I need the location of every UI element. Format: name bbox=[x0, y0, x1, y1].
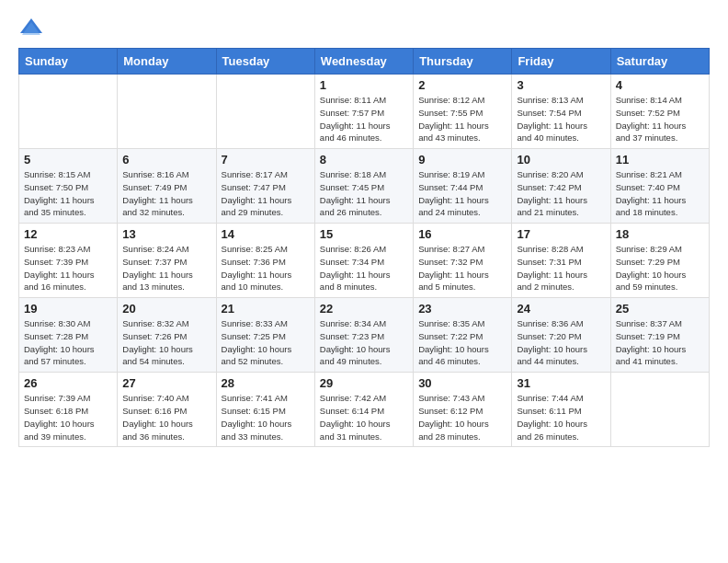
calendar-cell: 27Sunrise: 7:40 AM Sunset: 6:16 PM Dayli… bbox=[118, 373, 216, 447]
day-number: 21 bbox=[222, 302, 310, 316]
calendar-table: SundayMondayTuesdayWednesdayThursdayFrid… bbox=[18, 48, 710, 447]
day-number: 30 bbox=[418, 376, 506, 390]
calendar-cell: 1Sunrise: 8:11 AM Sunset: 7:57 PM Daylig… bbox=[314, 75, 413, 149]
weekday-header-sunday: Sunday bbox=[19, 49, 118, 75]
weekday-row: SundayMondayTuesdayWednesdayThursdayFrid… bbox=[19, 49, 710, 75]
calendar-cell: 2Sunrise: 8:12 AM Sunset: 7:55 PM Daylig… bbox=[414, 75, 512, 149]
day-number: 20 bbox=[122, 302, 210, 316]
logo-icon bbox=[18, 15, 44, 40]
day-number: 2 bbox=[418, 78, 506, 92]
day-number: 1 bbox=[320, 78, 408, 92]
calendar-cell: 23Sunrise: 8:35 AM Sunset: 7:22 PM Dayli… bbox=[414, 298, 512, 373]
day-info: Sunrise: 8:23 AM Sunset: 7:39 PM Dayligh… bbox=[24, 243, 112, 293]
day-info: Sunrise: 8:33 AM Sunset: 7:25 PM Dayligh… bbox=[222, 317, 310, 368]
day-number: 17 bbox=[517, 227, 605, 241]
day-info: Sunrise: 8:25 AM Sunset: 7:36 PM Dayligh… bbox=[222, 243, 310, 293]
calendar-cell: 22Sunrise: 8:34 AM Sunset: 7:23 PM Dayli… bbox=[314, 298, 413, 373]
day-info: Sunrise: 8:24 AM Sunset: 7:37 PM Dayligh… bbox=[122, 243, 210, 293]
calendar-cell: 4Sunrise: 8:14 AM Sunset: 7:52 PM Daylig… bbox=[610, 75, 709, 149]
day-info: Sunrise: 8:13 AM Sunset: 7:54 PM Dayligh… bbox=[517, 94, 605, 144]
day-info: Sunrise: 8:21 AM Sunset: 7:40 PM Dayligh… bbox=[616, 168, 704, 219]
day-number: 28 bbox=[222, 376, 310, 390]
calendar-cell: 18Sunrise: 8:29 AM Sunset: 7:29 PM Dayli… bbox=[610, 224, 709, 298]
day-info: Sunrise: 8:20 AM Sunset: 7:42 PM Dayligh… bbox=[517, 168, 605, 219]
day-info: Sunrise: 8:27 AM Sunset: 7:32 PM Dayligh… bbox=[418, 243, 506, 293]
day-number: 13 bbox=[122, 227, 210, 241]
calendar-cell: 24Sunrise: 8:36 AM Sunset: 7:20 PM Dayli… bbox=[512, 298, 610, 373]
calendar-cell: 11Sunrise: 8:21 AM Sunset: 7:40 PM Dayli… bbox=[610, 149, 709, 224]
calendar-cell: 13Sunrise: 8:24 AM Sunset: 7:37 PM Dayli… bbox=[118, 224, 216, 298]
calendar-cell: 21Sunrise: 8:33 AM Sunset: 7:25 PM Dayli… bbox=[216, 298, 314, 373]
day-info: Sunrise: 8:15 AM Sunset: 7:50 PM Dayligh… bbox=[24, 168, 112, 219]
day-info: Sunrise: 8:29 AM Sunset: 7:29 PM Dayligh… bbox=[616, 243, 704, 293]
calendar-header: SundayMondayTuesdayWednesdayThursdayFrid… bbox=[19, 49, 710, 75]
day-number: 5 bbox=[24, 153, 112, 167]
day-number: 16 bbox=[418, 227, 506, 241]
calendar-cell: 8Sunrise: 8:18 AM Sunset: 7:45 PM Daylig… bbox=[314, 149, 413, 224]
logo bbox=[18, 15, 48, 40]
weekday-header-friday: Friday bbox=[512, 49, 610, 75]
calendar-week-5: 26Sunrise: 7:39 AM Sunset: 6:18 PM Dayli… bbox=[19, 373, 710, 447]
day-number: 18 bbox=[616, 227, 704, 241]
day-info: Sunrise: 8:30 AM Sunset: 7:28 PM Dayligh… bbox=[24, 317, 112, 368]
day-number: 25 bbox=[616, 302, 704, 316]
calendar-cell: 17Sunrise: 8:28 AM Sunset: 7:31 PM Dayli… bbox=[512, 224, 610, 298]
calendar-cell: 31Sunrise: 7:44 AM Sunset: 6:11 PM Dayli… bbox=[512, 373, 610, 447]
day-info: Sunrise: 8:12 AM Sunset: 7:55 PM Dayligh… bbox=[418, 94, 506, 144]
weekday-header-monday: Monday bbox=[118, 49, 216, 75]
calendar-cell: 16Sunrise: 8:27 AM Sunset: 7:32 PM Dayli… bbox=[414, 224, 512, 298]
calendar-week-1: 1Sunrise: 8:11 AM Sunset: 7:57 PM Daylig… bbox=[19, 75, 710, 149]
day-info: Sunrise: 8:19 AM Sunset: 7:44 PM Dayligh… bbox=[418, 168, 506, 219]
day-number: 9 bbox=[418, 153, 506, 167]
calendar-cell bbox=[216, 75, 314, 149]
day-number: 19 bbox=[24, 302, 112, 316]
page: SundayMondayTuesdayWednesdayThursdayFrid… bbox=[0, 0, 728, 462]
day-number: 10 bbox=[517, 153, 605, 167]
day-number: 4 bbox=[616, 78, 704, 92]
day-info: Sunrise: 8:34 AM Sunset: 7:23 PM Dayligh… bbox=[320, 317, 408, 368]
calendar-cell: 9Sunrise: 8:19 AM Sunset: 7:44 PM Daylig… bbox=[414, 149, 512, 224]
calendar-cell: 15Sunrise: 8:26 AM Sunset: 7:34 PM Dayli… bbox=[314, 224, 413, 298]
day-info: Sunrise: 8:26 AM Sunset: 7:34 PM Dayligh… bbox=[320, 243, 408, 293]
day-info: Sunrise: 8:35 AM Sunset: 7:22 PM Dayligh… bbox=[418, 317, 506, 368]
calendar-cell: 14Sunrise: 8:25 AM Sunset: 7:36 PM Dayli… bbox=[216, 224, 314, 298]
day-info: Sunrise: 8:28 AM Sunset: 7:31 PM Dayligh… bbox=[517, 243, 605, 293]
day-info: Sunrise: 7:40 AM Sunset: 6:16 PM Dayligh… bbox=[122, 392, 210, 442]
weekday-header-wednesday: Wednesday bbox=[314, 49, 413, 75]
day-number: 12 bbox=[24, 227, 112, 241]
calendar-cell: 29Sunrise: 7:42 AM Sunset: 6:14 PM Dayli… bbox=[314, 373, 413, 447]
day-info: Sunrise: 8:37 AM Sunset: 7:19 PM Dayligh… bbox=[616, 317, 704, 368]
day-info: Sunrise: 8:36 AM Sunset: 7:20 PM Dayligh… bbox=[517, 317, 605, 368]
calendar-cell: 30Sunrise: 7:43 AM Sunset: 6:12 PM Dayli… bbox=[414, 373, 512, 447]
calendar-cell: 12Sunrise: 8:23 AM Sunset: 7:39 PM Dayli… bbox=[19, 224, 118, 298]
calendar-cell: 7Sunrise: 8:17 AM Sunset: 7:47 PM Daylig… bbox=[216, 149, 314, 224]
day-info: Sunrise: 8:16 AM Sunset: 7:49 PM Dayligh… bbox=[122, 168, 210, 219]
day-info: Sunrise: 7:41 AM Sunset: 6:15 PM Dayligh… bbox=[222, 392, 310, 442]
day-number: 22 bbox=[320, 302, 408, 316]
day-info: Sunrise: 7:42 AM Sunset: 6:14 PM Dayligh… bbox=[320, 392, 408, 442]
day-info: Sunrise: 8:32 AM Sunset: 7:26 PM Dayligh… bbox=[122, 317, 210, 368]
calendar-cell: 20Sunrise: 8:32 AM Sunset: 7:26 PM Dayli… bbox=[118, 298, 216, 373]
calendar-cell: 6Sunrise: 8:16 AM Sunset: 7:49 PM Daylig… bbox=[118, 149, 216, 224]
calendar-cell bbox=[610, 373, 709, 447]
calendar-cell: 5Sunrise: 8:15 AM Sunset: 7:50 PM Daylig… bbox=[19, 149, 118, 224]
day-info: Sunrise: 8:18 AM Sunset: 7:45 PM Dayligh… bbox=[320, 168, 408, 219]
calendar-cell bbox=[118, 75, 216, 149]
header bbox=[18, 15, 710, 40]
day-number: 23 bbox=[418, 302, 506, 316]
day-info: Sunrise: 7:44 AM Sunset: 6:11 PM Dayligh… bbox=[517, 392, 605, 442]
day-number: 26 bbox=[24, 376, 112, 390]
weekday-header-saturday: Saturday bbox=[610, 49, 709, 75]
day-info: Sunrise: 7:39 AM Sunset: 6:18 PM Dayligh… bbox=[24, 392, 112, 442]
calendar-week-2: 5Sunrise: 8:15 AM Sunset: 7:50 PM Daylig… bbox=[19, 149, 710, 224]
day-number: 8 bbox=[320, 153, 408, 167]
day-number: 14 bbox=[222, 227, 310, 241]
day-info: Sunrise: 8:11 AM Sunset: 7:57 PM Dayligh… bbox=[320, 94, 408, 144]
calendar-body: 1Sunrise: 8:11 AM Sunset: 7:57 PM Daylig… bbox=[19, 75, 710, 447]
day-number: 27 bbox=[122, 376, 210, 390]
day-number: 3 bbox=[517, 78, 605, 92]
day-number: 29 bbox=[320, 376, 408, 390]
calendar-cell: 3Sunrise: 8:13 AM Sunset: 7:54 PM Daylig… bbox=[512, 75, 610, 149]
day-number: 24 bbox=[517, 302, 605, 316]
day-number: 11 bbox=[616, 153, 704, 167]
